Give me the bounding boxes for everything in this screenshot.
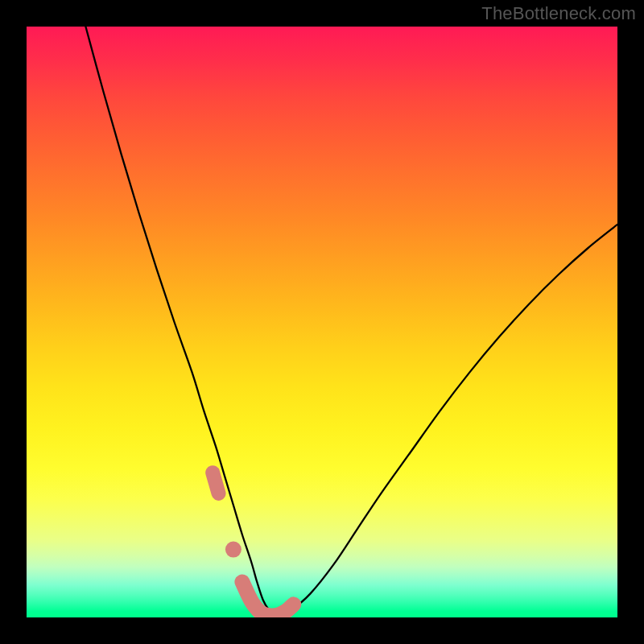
left-marker-segment: [213, 473, 218, 493]
chart-container: TheBottleneck.com: [0, 0, 644, 644]
right-marker-segment: [242, 582, 294, 616]
chart-svg: [27, 27, 617, 617]
watermark-text: TheBottleneck.com: [481, 3, 636, 24]
middle-marker-dot: [225, 542, 242, 558]
plot-area: [27, 27, 617, 617]
bottleneck-curve: [85, 27, 617, 614]
